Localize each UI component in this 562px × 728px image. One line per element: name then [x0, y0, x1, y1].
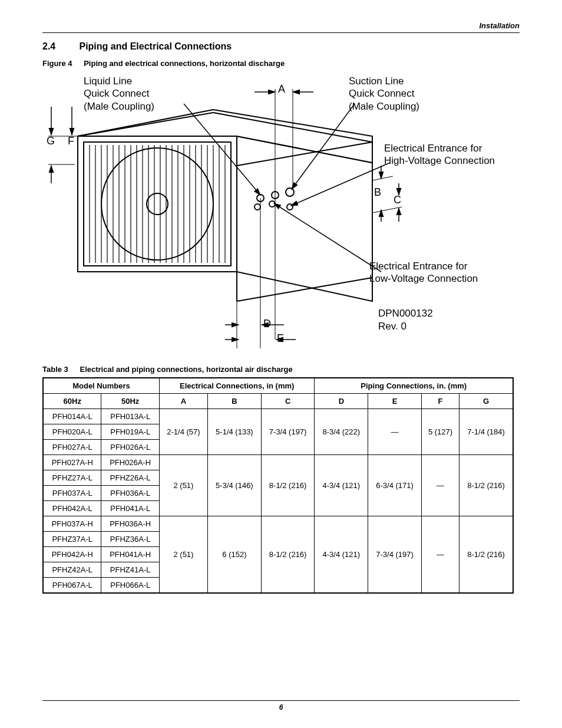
footer-rule: [42, 700, 520, 701]
svg-line-53: [372, 176, 393, 180]
table-body: PFH014A-LPFH013A-L2-1/4 (57)5-1/4 (133)7…: [43, 409, 513, 594]
th-A: A: [159, 394, 207, 409]
dim-B: B: [374, 186, 381, 199]
cell-50hz: PFHZ41A-L: [101, 562, 159, 578]
cell-50hz: PFH026A-L: [101, 440, 159, 455]
figure-label: Figure 4: [42, 59, 72, 68]
label-elec-high: Electrical Entrance for High-Voltage Con…: [384, 142, 495, 167]
cell-60hz: PFH037A-L: [43, 486, 101, 501]
cell-50hz: PFHZ26A-L: [101, 470, 159, 486]
th-G: G: [459, 394, 513, 409]
cell-60hz: PFH042A-H: [43, 547, 101, 562]
figure-title: Piping and electrical connections, horiz…: [84, 59, 285, 68]
page-number: 6: [42, 703, 520, 711]
drawing-rev: Rev. 0: [378, 320, 406, 332]
cell-60hz: PFH037A-H: [43, 516, 101, 532]
section-heading: 2.4 Piping and Electrical Connections: [42, 41, 520, 52]
th-B: B: [208, 394, 262, 409]
cell-50hz: PFH066A-L: [101, 578, 159, 594]
label-liquid-line: Liquid Line Quick Connect (Male Coupling…: [84, 75, 154, 113]
th-60hz: 60Hz: [43, 394, 101, 409]
cell-F: —: [421, 455, 459, 516]
dim-D: D: [263, 318, 271, 330]
cell-E: —: [368, 409, 422, 455]
cell-B: 5-3/4 (146): [208, 455, 262, 516]
cell-60hz: PFHZ42A-L: [43, 562, 101, 578]
label-elec-low: Electrical Entrance for Low-Voltage Conn…: [369, 260, 478, 285]
th-D: D: [315, 394, 368, 409]
figure-diagram: Liquid Line Quick Connect (Male Coupling…: [42, 71, 520, 354]
cell-50hz: PFH041A-H: [101, 547, 159, 562]
table-row: PFH014A-LPFH013A-L2-1/4 (57)5-1/4 (133)7…: [43, 409, 513, 424]
th-model-numbers: Model Numbers: [43, 378, 159, 394]
cell-60hz: PFHZ27A-L: [43, 470, 101, 486]
cell-B: 5-1/4 (133): [208, 409, 262, 455]
cell-G: 8-1/2 (216): [459, 516, 513, 594]
diagram-svg: [42, 71, 520, 354]
dim-C: C: [394, 194, 401, 206]
figure-caption: Figure 4 Piping and electrical connectio…: [42, 59, 520, 68]
cell-C: 8-1/2 (216): [261, 516, 315, 594]
section-title-text: Piping and Electrical Connections: [79, 41, 232, 51]
cell-A: 2 (51): [159, 516, 207, 594]
footer: 6: [42, 700, 520, 711]
dim-F: F: [68, 135, 74, 147]
cell-50hz: PFH041A-L: [101, 501, 159, 516]
cell-60hz: PFH020A-L: [43, 424, 101, 440]
cell-60hz: PFH014A-L: [43, 409, 101, 424]
cell-D: 4-3/4 (121): [315, 516, 368, 594]
cell-G: 7-1/4 (184): [459, 409, 513, 455]
cell-60hz: PFH067A-L: [43, 578, 101, 594]
th-C: C: [261, 394, 315, 409]
cell-60hz: PFH042A-L: [43, 501, 101, 516]
label-suction-line: Suction Line Quick Connect (Male Couplin…: [349, 75, 419, 113]
cell-50hz: PFH019A-L: [101, 424, 159, 440]
cell-60hz: PFHZ37A-L: [43, 532, 101, 547]
table-title: Electrical and piping connections, horiz…: [80, 365, 292, 374]
cell-G: 8-1/2 (216): [459, 455, 513, 516]
section-number: 2.4: [42, 41, 77, 52]
cell-60hz: PFH027A-L: [43, 440, 101, 455]
table-row: PFH027A-HPFH026A-H2 (51)5-3/4 (146)8-1/2…: [43, 455, 513, 470]
cell-60hz: PFH027A-H: [43, 455, 101, 470]
cell-D: 4-3/4 (121): [315, 455, 368, 516]
cell-50hz: PFH013A-L: [101, 409, 159, 424]
cell-A: 2 (51): [159, 455, 207, 516]
cell-F: 5 (127): [421, 409, 459, 455]
header-section: Installation: [42, 21, 520, 30]
table-label: Table 3: [42, 365, 68, 374]
cell-50hz: PFHZ36A-L: [101, 532, 159, 547]
cell-50hz: PFH036A-H: [101, 516, 159, 532]
cell-E: 6-3/4 (171): [368, 455, 422, 516]
th-elec-conn: Electrical Connections, in (mm): [159, 378, 315, 394]
cell-E: 7-3/4 (197): [368, 516, 422, 594]
svg-line-54: [372, 207, 402, 213]
th-F: F: [421, 394, 459, 409]
th-pipe-conn: Piping Connections, in. (mm): [315, 378, 513, 394]
cell-B: 6 (152): [208, 516, 262, 594]
cell-50hz: PFH036A-L: [101, 486, 159, 501]
cell-F: —: [421, 516, 459, 594]
table-caption: Table 3 Electrical and piping connection…: [42, 365, 520, 374]
cell-A: 2-1/4 (57): [159, 409, 207, 455]
th-50hz: 50Hz: [101, 394, 159, 409]
cell-C: 7-3/4 (197): [261, 409, 315, 455]
dim-A: A: [278, 83, 285, 95]
table-row: PFH037A-HPFH036A-H2 (51)6 (152)8-1/2 (21…: [43, 516, 513, 532]
cell-D: 8-3/4 (222): [315, 409, 368, 455]
dim-G: G: [47, 135, 55, 147]
connections-table: Model Numbers Electrical Connections, in…: [42, 377, 514, 594]
th-E: E: [368, 394, 422, 409]
dim-E: E: [277, 332, 284, 345]
header-rule: [42, 32, 520, 33]
cell-50hz: PFH026A-H: [101, 455, 159, 470]
drawing-number: DPN000132: [378, 307, 433, 319]
cell-C: 8-1/2 (216): [261, 455, 315, 516]
